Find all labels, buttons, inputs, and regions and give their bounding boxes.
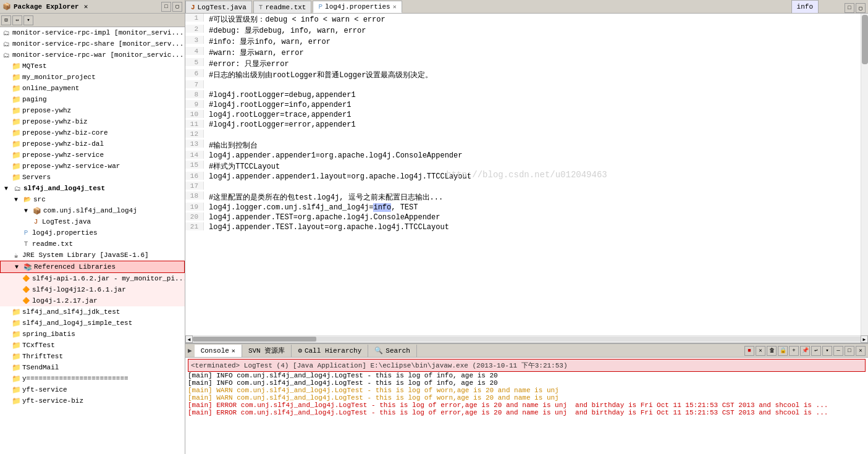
tree-item-yft-service[interactable]: 📁 yft-service bbox=[0, 384, 185, 395]
view-menu-btn[interactable]: ▾ bbox=[23, 15, 33, 25]
tab-svn[interactable]: SVN 资源库 bbox=[242, 345, 292, 357]
info-tab-label: info bbox=[797, 3, 813, 11]
tab-console[interactable]: Console ✕ bbox=[195, 345, 242, 357]
folder-icon: 📁 bbox=[11, 329, 21, 339]
code-editor[interactable]: 1 #可以设置级别：debug < info < warn < error 2 … bbox=[185, 14, 868, 335]
tree-item-package[interactable]: ▼ 📦 com.unj.slf4j_and_log4j bbox=[0, 205, 185, 216]
stop-btn[interactable]: ■ bbox=[744, 346, 754, 356]
tab-close-icon[interactable]: ✕ bbox=[393, 3, 397, 11]
console-menu-btn[interactable]: ▾ bbox=[822, 346, 832, 356]
remove-console-btn[interactable]: ✕ bbox=[756, 346, 765, 356]
tree-item-paging[interactable]: 📁 paging bbox=[0, 94, 185, 105]
tree-item-servers[interactable]: 📁 Servers bbox=[0, 172, 185, 183]
tree-item-src[interactable]: ▼ 📂 src bbox=[0, 194, 185, 205]
vertical-scrollbar[interactable] bbox=[861, 14, 868, 335]
tree-item-label: slf4j-log4j12-1.6.1.jar bbox=[32, 286, 126, 293]
new-console-btn[interactable]: + bbox=[789, 346, 799, 356]
tree-item-slf4j-jdk-test[interactable]: 📁 slf4j_and_slf4j_jdk_test bbox=[0, 306, 185, 317]
pin-console-btn[interactable]: 📌 bbox=[800, 346, 810, 356]
tree-item-referenced-libraries[interactable]: ▼ 📚 Referenced Libraries bbox=[0, 261, 185, 273]
console-close-btn[interactable]: ✕ bbox=[856, 346, 866, 356]
tree-item-y-separator[interactable]: 📁 y========================= bbox=[0, 373, 185, 384]
tree-item-log4j-props[interactable]: P log4j.properties bbox=[0, 227, 185, 238]
h-scrollbar-track[interactable] bbox=[193, 337, 861, 342]
tree-item-label: my_monitor_project bbox=[22, 74, 96, 81]
scrollbar-thumb[interactable] bbox=[862, 15, 868, 64]
maximize-btn[interactable]: ▢ bbox=[172, 2, 182, 12]
console-line-3: [main] WARN com.unj.slf4j_and_log4j.LogT… bbox=[188, 387, 866, 394]
tree-item-label: yft-service bbox=[22, 386, 67, 393]
folder-icon: 📁 bbox=[11, 374, 21, 384]
tree-item-prepose-ywhz-biz[interactable]: 📁 prepose-ywhz-biz bbox=[0, 116, 185, 127]
tree-item-prepose-ywhz-service-war[interactable]: 📁 prepose-ywhz-service-war bbox=[0, 161, 185, 172]
code-line-20: 20 log4j.appender.TEST=org.apache.log4j.… bbox=[185, 212, 868, 222]
scroll-left-btn[interactable]: ◀ bbox=[185, 335, 193, 343]
tree-item-monitor-rpc-share[interactable]: 🗂 monitor-service-rpc-share [monitor_ser… bbox=[0, 38, 185, 49]
tree-item-online-payment[interactable]: 📁 online_payment bbox=[0, 83, 185, 94]
console-maximize-btn[interactable]: □ bbox=[845, 346, 854, 356]
tree-item-yft-service-biz[interactable]: 📁 yft-service-biz bbox=[0, 395, 185, 406]
tree-item-thrifttest[interactable]: 📁 ThriftTest bbox=[0, 351, 185, 362]
tree-item-prepose-ywhz-biz-core[interactable]: 📁 prepose-ywhz-biz-core bbox=[0, 127, 185, 138]
minimize-btn[interactable]: □ bbox=[161, 2, 171, 12]
tree-item-slf4j-api-jar[interactable]: 🔶 slf4j-api-1.6.2.jar - my_monitor_pi... bbox=[0, 273, 185, 284]
tab-readme[interactable]: T readme.txt bbox=[253, 1, 312, 13]
tree-item-tcxftest[interactable]: 📁 TCxfTest bbox=[0, 340, 185, 351]
tree-item-prepose-ywhz[interactable]: 📁 prepose-ywhz bbox=[0, 105, 185, 116]
tree-item-slf4j-simple-test[interactable]: 📁 slf4j_and_log4j_simple_test bbox=[0, 317, 185, 329]
terminated-text: <terminated> LogTest (4) [Java Applicati… bbox=[191, 362, 568, 369]
console-content[interactable]: <terminated> LogTest (4) [Java Applicati… bbox=[185, 358, 868, 454]
tree-item-label: prepose-ywhz-biz bbox=[22, 118, 88, 125]
explorer-title-text: Package Explorer bbox=[14, 3, 79, 11]
folder-icon: 📁 bbox=[11, 396, 21, 406]
explorer-tree[interactable]: 🗂 monitor-service-rpc-impl [monitor_serv… bbox=[0, 27, 185, 454]
tree-item-label: paging bbox=[22, 96, 47, 103]
tree-item-label: online_payment bbox=[22, 85, 79, 92]
folder-icon: 📁 bbox=[11, 363, 21, 372]
code-line-13: 13 #输出到控制台 bbox=[185, 140, 868, 151]
terminated-bar: <terminated> LogTest (4) [Java Applicati… bbox=[188, 359, 866, 372]
close-icon[interactable]: ✕ bbox=[84, 2, 88, 11]
console-minimize-btn[interactable]: — bbox=[833, 346, 843, 356]
h-scrollbar-thumb[interactable] bbox=[193, 337, 316, 342]
tree-item-slf4j-log4j-test[interactable]: ▼ 🗂 slf4j_and_log4j_test bbox=[0, 183, 185, 194]
tree-item-monitor-rpc-impl[interactable]: 🗂 monitor-service-rpc-impl [monitor_serv… bbox=[0, 27, 185, 38]
editor-maximize-btn[interactable]: ▢ bbox=[856, 3, 866, 13]
folder-icon: 📁 bbox=[11, 318, 21, 328]
tree-item-label: yft-service-biz bbox=[22, 397, 83, 405]
console-line-6: [main] ERROR com.unj.slf4j_and_log4j.Log… bbox=[188, 409, 866, 416]
console-close-icon[interactable]: ✕ bbox=[232, 347, 235, 355]
folder-icon: 📁 bbox=[11, 83, 21, 93]
tab-log4j[interactable]: P log4j.properties ✕ bbox=[313, 1, 402, 13]
folder-icon: 📁 bbox=[11, 172, 21, 182]
tree-item-mqtest[interactable]: 📁 MQTest bbox=[0, 61, 185, 72]
tree-item-my-monitor[interactable]: 📁 my_monitor_project bbox=[0, 72, 185, 83]
folder-icon: 📁 bbox=[11, 106, 21, 116]
info-tab[interactable]: info bbox=[791, 0, 819, 14]
tab-search[interactable]: 🔍 Search bbox=[368, 345, 417, 357]
scroll-right-btn[interactable]: ▶ bbox=[861, 335, 868, 343]
word-wrap-btn[interactable]: ↩ bbox=[811, 346, 821, 356]
tree-item-prepose-ywhz-biz-dal[interactable]: 📁 prepose-ywhz-biz-dal bbox=[0, 138, 185, 149]
tree-item-readme[interactable]: T readme.txt bbox=[0, 238, 185, 250]
tree-item-jre[interactable]: ☕ JRE System Library [JavaSE-1.6] bbox=[0, 250, 185, 261]
clear-console-btn[interactable]: 🗑 bbox=[767, 346, 777, 356]
editor-minimize-btn[interactable]: □ bbox=[845, 3, 854, 13]
tree-item-logtest-java[interactable]: J LogTest.java bbox=[0, 216, 185, 227]
tree-item-slf4j-log4j12-jar[interactable]: 🔶 slf4j-log4j12-1.6.1.jar bbox=[0, 284, 185, 295]
tree-item-prepose-ywhz-service[interactable]: 📁 prepose-ywhz-service bbox=[0, 149, 185, 161]
tree-item-tsendmail[interactable]: 📁 TSendMail bbox=[0, 362, 185, 373]
tree-item-label: JRE System Library [JavaSE-1.6] bbox=[22, 251, 149, 259]
java-file-icon: J bbox=[191, 4, 195, 11]
folder-icon: 📁 bbox=[11, 128, 21, 138]
tree-item-label: readme.txt bbox=[32, 240, 73, 248]
tree-item-monitor-rpc-war[interactable]: 🗂 monitor-service-rpc-war [monitor_servi… bbox=[0, 49, 185, 61]
collapse-all-btn[interactable]: ⊟ bbox=[1, 15, 11, 25]
scroll-lock-btn[interactable]: 🔒 bbox=[778, 346, 788, 356]
tab-call-hierarchy[interactable]: ⚙ Call Hierarchy bbox=[292, 345, 368, 357]
tree-item-log4j-jar[interactable]: 🔶 log4j-1.2.17.jar bbox=[0, 295, 185, 306]
code-line-2: 2 #debug: 显示debug, info, warn, error bbox=[185, 25, 868, 36]
tree-item-spring-ibatis[interactable]: 📁 spring_ibatis bbox=[0, 329, 185, 340]
tab-logtest[interactable]: J LogTest.java bbox=[185, 1, 252, 13]
link-with-editor-btn[interactable]: ⇔ bbox=[12, 15, 22, 25]
